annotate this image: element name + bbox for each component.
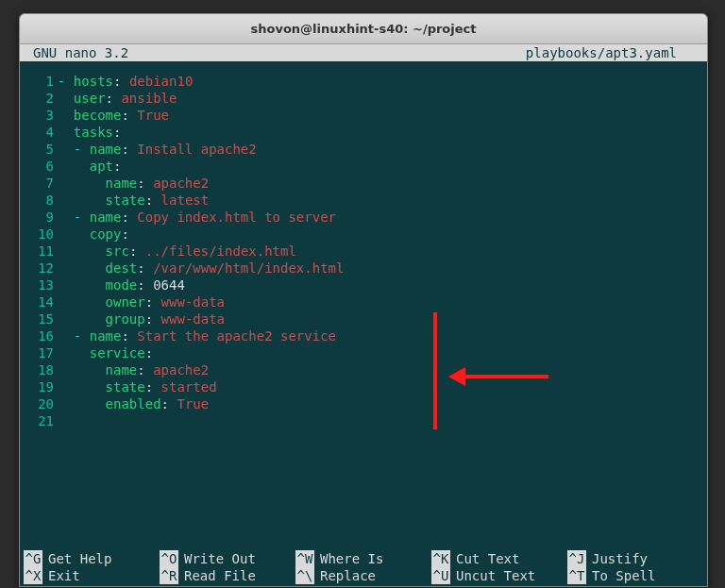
window-title: shovon@linuxhint-s40: ~/project <box>250 22 476 36</box>
code-content: name: apache2 <box>58 175 707 192</box>
line-number: 7 <box>20 175 58 192</box>
shortcut-key: ^R <box>160 567 178 584</box>
line-number: 17 <box>20 344 58 361</box>
code-line[interactable]: 6 apt: <box>20 158 707 175</box>
code-content: owner: www-data <box>58 294 707 311</box>
nano-filename: playbooks/apt3.yaml <box>526 44 705 61</box>
code-content: name: apache2 <box>58 361 707 378</box>
shortcut-desc: Cut Text <box>456 550 519 567</box>
shortcut-desc: Write Out <box>184 550 256 567</box>
shortcut-key: ^W <box>295 550 314 567</box>
code-content: become: True <box>58 107 707 124</box>
nano-help-item: ^TTo Spell <box>567 567 703 584</box>
terminal-window: shovon@linuxhint-s40: ~/project GNU nano… <box>19 13 708 587</box>
line-number: 11 <box>20 243 58 260</box>
nano-help-item: ^XExit <box>24 567 160 584</box>
nano-help-item: ^GGet Help <box>24 550 160 567</box>
code-line[interactable]: 3 become: True <box>20 107 707 124</box>
nano-help-item: ^OWrite Out <box>160 550 295 567</box>
line-number: 8 <box>20 192 58 209</box>
line-number: 3 <box>20 107 58 124</box>
line-number: 15 <box>20 311 58 328</box>
code-line[interactable]: 2 user: ansible <box>20 90 707 107</box>
code-line[interactable]: 14 owner: www-data <box>20 294 707 311</box>
nano-help-item: ^UUncut Text <box>431 567 567 584</box>
shortcut-desc: Justify <box>592 550 648 567</box>
shortcut-key: ^U <box>431 567 450 584</box>
code-content: group: www-data <box>58 311 707 328</box>
code-line[interactable]: 9 - name: Copy index.html to server <box>20 209 707 226</box>
code-content: mode: 0644 <box>58 277 707 294</box>
code-content <box>58 412 707 429</box>
window-titlebar[interactable]: shovon@linuxhint-s40: ~/project <box>20 14 707 44</box>
code-line[interactable]: 11 src: ../files/index.html <box>20 243 707 260</box>
code-content: enabled: True <box>58 395 707 412</box>
nano-help-item: ^RRead File <box>160 567 295 584</box>
line-number: 4 <box>20 124 58 141</box>
line-number: 16 <box>20 328 58 344</box>
code-line[interactable]: 10 copy: <box>20 226 707 243</box>
code-line[interactable]: 21 <box>20 412 707 429</box>
shortcut-desc: Replace <box>320 567 376 584</box>
code-line[interactable]: 18 name: apache2 <box>20 361 707 378</box>
shortcut-desc: Uncut Text <box>456 567 535 584</box>
shortcut-key: ^T <box>567 567 586 584</box>
line-number: 20 <box>20 395 58 412</box>
code-content: src: ../files/index.html <box>58 243 707 260</box>
code-line[interactable]: 15 group: www-data <box>20 311 707 328</box>
line-number: 1 <box>20 73 58 90</box>
code-content: - name: Install apache2 <box>58 141 707 158</box>
code-line[interactable]: 13 mode: 0644 <box>20 277 707 294</box>
nano-help-item: ^\Replace <box>295 567 431 584</box>
terminal-body[interactable]: GNU nano 3.2 playbooks/apt3.yaml 1- host… <box>20 44 707 586</box>
line-number: 9 <box>20 209 58 226</box>
line-number: 6 <box>20 158 58 175</box>
code-line[interactable]: 1- hosts: debian10 <box>20 73 707 90</box>
line-number: 21 <box>20 412 58 429</box>
shortcut-key: ^X <box>24 567 42 584</box>
line-number: 5 <box>20 141 58 158</box>
code-content: apt: <box>58 158 707 175</box>
code-content: copy: <box>58 226 707 243</box>
code-line[interactable]: 16 - name: Start the apache2 service <box>20 328 707 344</box>
code-line[interactable]: 20 enabled: True <box>20 395 707 412</box>
nano-help-item: ^KCut Text <box>431 550 567 567</box>
code-content: dest: /var/www/html/index.html <box>58 260 707 277</box>
code-line[interactable]: 12 dest: /var/www/html/index.html <box>20 260 707 277</box>
line-number: 12 <box>20 260 58 277</box>
line-number: 13 <box>20 277 58 294</box>
shortcut-key: ^O <box>160 550 178 567</box>
code-content: tasks: <box>58 124 707 141</box>
code-line[interactable]: 19 state: started <box>20 378 707 395</box>
nano-header: GNU nano 3.2 playbooks/apt3.yaml <box>20 44 707 61</box>
code-content: service: <box>58 344 707 361</box>
code-line[interactable]: 8 state: latest <box>20 192 707 209</box>
code-line[interactable]: 7 name: apache2 <box>20 175 707 192</box>
code-content: - hosts: debian10 <box>58 73 707 90</box>
shortcut-key: ^K <box>431 550 450 567</box>
code-content: - name: Start the apache2 service <box>58 328 707 344</box>
shortcut-desc: Get Help <box>48 550 111 567</box>
editor-area[interactable]: 1- hosts: debian102 user: ansible3 becom… <box>20 61 707 429</box>
nano-footer: ^GGet Help^OWrite Out^WWhere Is^KCut Tex… <box>20 550 707 586</box>
nano-help-item: ^JJustify <box>567 550 703 567</box>
nano-help-item: ^WWhere Is <box>295 550 431 567</box>
nano-version: GNU nano 3.2 <box>22 44 128 61</box>
code-line[interactable]: 4 tasks: <box>20 124 707 141</box>
line-number: 14 <box>20 294 58 311</box>
code-line[interactable]: 5 - name: Install apache2 <box>20 141 707 158</box>
shortcut-key: ^G <box>24 550 42 567</box>
shortcut-desc: Read File <box>184 567 256 584</box>
code-content: - name: Copy index.html to server <box>58 209 707 226</box>
shortcut-key: ^\ <box>295 567 314 584</box>
code-content: user: ansible <box>58 90 707 107</box>
code-content: state: started <box>58 378 707 395</box>
code-content: state: latest <box>58 192 707 209</box>
shortcut-key: ^J <box>567 550 586 567</box>
line-number: 2 <box>20 90 58 107</box>
line-number: 10 <box>20 226 58 243</box>
shortcut-desc: Exit <box>48 567 80 584</box>
shortcut-desc: Where Is <box>320 550 383 567</box>
shortcut-desc: To Spell <box>592 567 655 584</box>
code-line[interactable]: 17 service: <box>20 344 707 361</box>
